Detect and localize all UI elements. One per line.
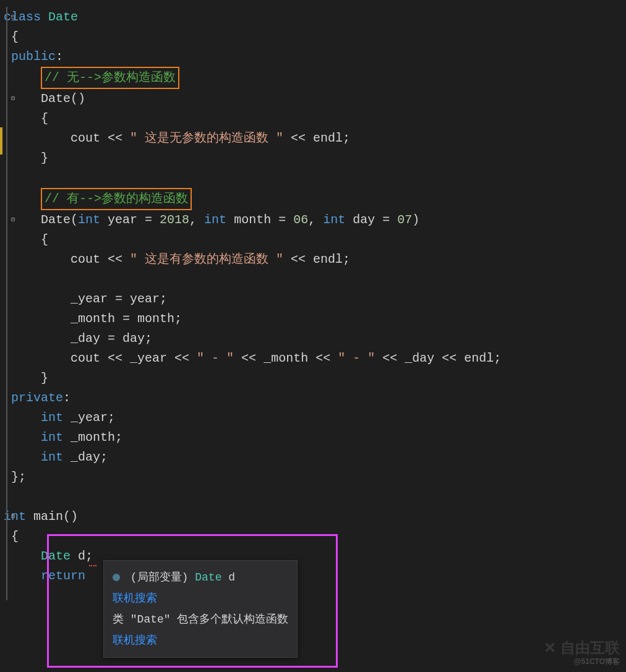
brace: { xyxy=(11,232,48,247)
constructor-name: Date xyxy=(41,213,71,227)
cout: cout xyxy=(71,351,100,365)
code-line[interactable]: // 有-->参数的构造函数 xyxy=(4,188,626,210)
endl: endl xyxy=(313,131,343,145)
statement: _month = month; xyxy=(11,312,182,326)
cout: cout xyxy=(71,252,100,266)
code-line[interactable]: } xyxy=(4,368,626,388)
code-line[interactable]: return xyxy=(4,566,626,586)
semi: ; xyxy=(85,549,93,563)
code-line[interactable]: // 无-->参数构造函数 xyxy=(4,67,626,89)
keyword-public: public xyxy=(11,49,56,64)
cout: cout xyxy=(71,131,100,145)
type-int: int xyxy=(41,450,63,464)
op: << xyxy=(100,131,130,145)
code-line[interactable]: cout << " 这是无参数的构造函数 " << endl; xyxy=(4,129,626,148)
colon: : xyxy=(63,391,71,405)
op: << xyxy=(167,351,197,365)
endl: endl xyxy=(313,252,343,266)
paren-open: ( xyxy=(71,213,78,227)
string-literal: " 这是无参数的构造函数 " xyxy=(130,131,283,145)
semi: ; xyxy=(494,351,501,365)
code-line[interactable]: } xyxy=(4,148,626,168)
param: month = xyxy=(226,213,293,227)
member: _day; xyxy=(63,450,108,464)
code-line[interactable]: _month = month; xyxy=(4,309,626,329)
main-fn: main xyxy=(26,509,63,524)
number: 06 xyxy=(293,213,308,227)
string-literal: " - " xyxy=(338,351,375,365)
number: 07 xyxy=(397,213,412,227)
keyword-class: class xyxy=(4,10,41,24)
code-line[interactable] xyxy=(4,270,626,289)
comment: // 无-->参数构造函数 xyxy=(45,70,176,85)
code-line[interactable]: ⊟int main() xyxy=(4,507,626,527)
tooltip-search-link-2[interactable]: 联机搜索 xyxy=(113,630,288,651)
watermark-sub: @51CTO博客 xyxy=(544,657,620,666)
code-line[interactable] xyxy=(4,168,626,188)
var: _year xyxy=(130,351,167,365)
comment: // 有-->参数的构造函数 xyxy=(45,192,188,206)
op: << xyxy=(434,351,464,365)
op: << xyxy=(375,351,405,365)
type-int: int xyxy=(78,213,100,227)
code-line[interactable]: _day = day; xyxy=(4,329,626,349)
code-line[interactable]: ⊟ Date() xyxy=(4,89,626,109)
watermark: ✕ 自由互联 @51CTO博客 xyxy=(544,639,620,666)
code-line[interactable]: Date d; xyxy=(4,547,626,566)
code-line[interactable]: ⊟class Date xyxy=(4,7,626,27)
op: << xyxy=(100,351,130,365)
code-line[interactable]: public: xyxy=(4,47,626,67)
op: << xyxy=(100,252,130,266)
code-line[interactable]: private: xyxy=(4,388,626,408)
param: year = xyxy=(100,213,160,227)
code-editor[interactable]: ⊟class Date { public: // 无-->参数构造函数 ⊟ Da… xyxy=(0,0,626,593)
code-line[interactable] xyxy=(4,487,626,507)
code-line[interactable]: { xyxy=(4,527,626,547)
code-line[interactable]: int _day; xyxy=(4,448,626,467)
var: _day xyxy=(405,351,434,365)
param: day = xyxy=(345,213,397,227)
code-line[interactable]: int _year; xyxy=(4,408,626,428)
code-line[interactable]: ⊟ Date(int year = 2018, int month = 06, … xyxy=(4,210,626,230)
code-line[interactable]: { xyxy=(4,230,626,250)
parens: () xyxy=(63,509,78,524)
code-line[interactable]: { xyxy=(4,27,626,47)
string-literal: " - " xyxy=(197,351,234,365)
member: _year; xyxy=(63,410,115,425)
code-line[interactable]: cout << " 这是有参数的构造函数 " << endl; xyxy=(4,250,626,270)
class-name: Date xyxy=(48,10,78,24)
statement: _year = year; xyxy=(11,292,167,306)
semi: ; xyxy=(343,252,350,266)
op: << xyxy=(283,252,313,266)
op: << xyxy=(308,351,338,365)
gutter-marker xyxy=(6,7,7,600)
highlight-box-1: // 无-->参数构造函数 xyxy=(41,67,179,89)
brace: } xyxy=(11,371,48,385)
watermark-main: ✕ 自由互联 xyxy=(544,639,620,657)
number: 2018 xyxy=(160,213,189,227)
statement: _day = day; xyxy=(11,331,152,346)
colon: : xyxy=(56,49,63,64)
op: << xyxy=(283,131,313,145)
type-date: Date xyxy=(41,549,71,563)
brace: } xyxy=(11,151,48,165)
tooltip-search-link-1[interactable]: 联机搜索 xyxy=(113,588,288,609)
type-int: int xyxy=(41,410,63,425)
variable-icon xyxy=(113,574,120,581)
keyword-private: private xyxy=(11,391,63,405)
type-int: int xyxy=(41,430,63,444)
code-line[interactable]: cout << _year << " - " << _month << " - … xyxy=(4,349,626,368)
code-line[interactable]: int _month; xyxy=(4,428,626,448)
code-line[interactable]: }; xyxy=(4,467,626,487)
comma: , xyxy=(189,213,204,227)
brace-semi: }; xyxy=(11,470,26,484)
semi: ; xyxy=(343,131,350,145)
code-line[interactable]: _year = year; xyxy=(4,289,626,309)
tooltip-var-info: (局部变量) Date d xyxy=(113,567,288,588)
code-line[interactable]: { xyxy=(4,109,626,129)
type-int: int xyxy=(323,213,345,227)
comma: , xyxy=(308,213,323,227)
var-decl: d xyxy=(71,549,85,563)
constructor-name: Date xyxy=(41,91,71,106)
intellisense-tooltip[interactable]: (局部变量) Date d 联机搜索 类 "Date" 包含多个默认构造函数 联… xyxy=(103,560,298,658)
